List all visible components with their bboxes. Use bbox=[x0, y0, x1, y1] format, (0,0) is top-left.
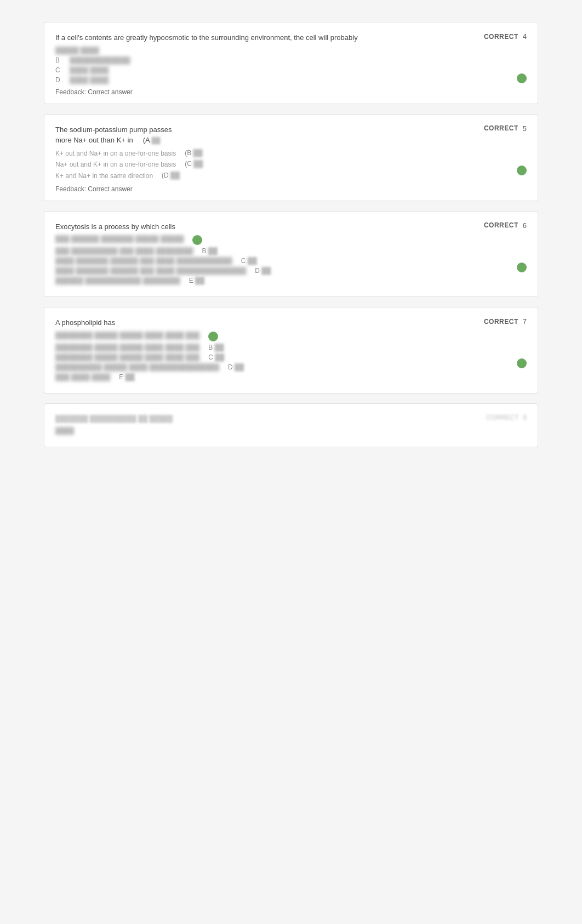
question-number-5: 5 bbox=[523, 124, 527, 133]
feedback-5: Feedback: Correct answer bbox=[55, 185, 439, 193]
question-right-5: CORRECT 5 bbox=[450, 124, 527, 177]
question-text-7: A phospholipid has bbox=[55, 317, 428, 328]
question-number-8: 8 bbox=[523, 414, 527, 421]
green-dot-icon bbox=[208, 332, 218, 341]
list-item: K+ out and Na+ in on a one-for-one basis… bbox=[55, 149, 439, 158]
question-left-5: The sodium-potassium pump passes more Na… bbox=[55, 124, 439, 193]
option-label: C ██ bbox=[241, 257, 257, 265]
question-left-7: A phospholipid has ████████ █████ █████ … bbox=[55, 317, 439, 385]
question-text-8: ███████ ██████████ ██ █████ bbox=[55, 414, 428, 424]
list-item: ████████ █████ █████ ████ ████ ███ bbox=[55, 332, 439, 341]
list-item: ███ ██████████ ███ ████ ████████ B ██ bbox=[55, 247, 439, 255]
question-left-8: ███████ ██████████ ██ █████ ████ bbox=[55, 414, 439, 439]
list-item: B █████████████ bbox=[55, 56, 439, 64]
list-item: Na+ out and K+ in on a one-for-one basis… bbox=[55, 160, 439, 169]
green-dot-icon bbox=[517, 358, 527, 368]
correct-dot-7 bbox=[517, 358, 527, 370]
option-label: E ██ bbox=[119, 373, 134, 381]
option-label: E ██ bbox=[189, 277, 204, 284]
option-label: C ██ bbox=[208, 353, 224, 361]
option-label: C bbox=[55, 66, 66, 74]
option-label: D ██ bbox=[228, 363, 244, 371]
green-dot-icon bbox=[517, 166, 527, 175]
green-dot-icon bbox=[517, 263, 527, 272]
option-text: ███ ██████ ███████ █████ █████ bbox=[55, 235, 184, 243]
list-item: ████████ █████ █████ ████ ████ ███ C ██ bbox=[55, 353, 439, 361]
options-list-7: ████████ █████ █████ ████ ████ ███ █████… bbox=[55, 332, 439, 381]
list-item: █████ ████ bbox=[55, 47, 439, 54]
option-label: (B ██ bbox=[185, 149, 202, 157]
status-meta-7: CORRECT 7 bbox=[484, 317, 527, 326]
correct-dot-4 bbox=[517, 73, 527, 85]
correct-dot-6 bbox=[517, 263, 527, 274]
options-list-6: ███ ██████ ███████ █████ █████ ███ █████… bbox=[55, 235, 439, 284]
option-text: Na+ out and K+ in on a one-for-one basis bbox=[55, 160, 176, 169]
option-text: ████████ █████ █████ ████ ████ ███ bbox=[55, 344, 199, 351]
question-right-7: CORRECT 7 bbox=[450, 317, 527, 370]
question-left-4: If a cell's contents are greatly hypoosm… bbox=[55, 32, 439, 96]
list-item: ████ ███████ ██████ ███ ████ ███████████… bbox=[55, 257, 439, 265]
option-label: (D ██ bbox=[162, 172, 180, 179]
green-dot-icon bbox=[517, 73, 527, 83]
question-right-8: CORRECT 8 bbox=[450, 414, 527, 421]
option-label: D bbox=[55, 76, 66, 84]
option-text: ████ ███████ ██████ ███ ████ ███████████… bbox=[55, 257, 232, 265]
question-block-4: If a cell's contents are greatly hypoosm… bbox=[44, 22, 538, 104]
question-text-6: Exocytosis is a process by which cells bbox=[55, 221, 428, 232]
list-item: K+ and Na+ in the same direction (D ██ bbox=[55, 172, 439, 181]
question-right-4: CORRECT 4 bbox=[450, 32, 527, 85]
option-text: ████████ █████ █████ ████ ████ ███ bbox=[55, 332, 199, 339]
question-block-8: ███████ ██████████ ██ █████ ████ CORRECT… bbox=[44, 403, 538, 447]
correct-badge-4: CORRECT bbox=[484, 33, 518, 41]
question-text-4: If a cell's contents are greatly hypoosm… bbox=[55, 32, 428, 43]
option-text: ███ ██████████ ███ ████ ████████ bbox=[55, 247, 193, 255]
list-item: ███ ██████ ███████ █████ █████ bbox=[55, 235, 439, 245]
option-label: (C ██ bbox=[185, 160, 203, 168]
question-number-6: 6 bbox=[523, 221, 527, 230]
list-item: ██████ ████████████ ████████ E ██ bbox=[55, 277, 439, 284]
list-item: C ████ ████ bbox=[55, 66, 439, 74]
option-label: B ██ bbox=[202, 247, 217, 255]
question-left-6: Exocytosis is a process by which cells █… bbox=[55, 221, 439, 289]
option-text: ███ ████ ████ bbox=[55, 373, 110, 381]
question-number-7: 7 bbox=[523, 317, 527, 326]
option-text: ██████ ████████████ ████████ bbox=[55, 277, 180, 284]
option-text: K+ out and Na+ in on a one-for-one basis bbox=[55, 149, 176, 158]
option-text: ██████████ █████ ████ ███████████████ bbox=[55, 363, 219, 371]
options-list-5: K+ out and Na+ in on a one-for-one basis… bbox=[55, 149, 439, 181]
status-meta-5: CORRECT 5 bbox=[484, 124, 527, 133]
list-item: ██████████ █████ ████ ███████████████ D … bbox=[55, 363, 439, 371]
correct-dot-5 bbox=[517, 166, 527, 177]
question-number-4: 4 bbox=[523, 32, 527, 41]
option-text: █████ ████ bbox=[55, 47, 99, 54]
question-block-5: The sodium-potassium pump passes more Na… bbox=[44, 114, 538, 201]
option-text: ████ ████ bbox=[70, 66, 109, 74]
list-item: ███ ████ ████ E ██ bbox=[55, 373, 439, 381]
status-meta-4: CORRECT 4 bbox=[484, 32, 527, 41]
option-label: D ██ bbox=[255, 267, 271, 275]
option-label: B ██ bbox=[208, 344, 224, 351]
option-text: ████ ███████ ██████ ███ ████ ███████████… bbox=[55, 267, 246, 275]
question-right-6: CORRECT 6 bbox=[450, 221, 527, 274]
option-text: ████████ █████ █████ ████ ████ ███ bbox=[55, 353, 199, 361]
list-item: ████████ █████ █████ ████ ████ ███ B ██ bbox=[55, 344, 439, 351]
correct-badge-5: CORRECT bbox=[484, 124, 518, 132]
correct-badge-8: CORRECT bbox=[486, 414, 518, 421]
feedback-4: Feedback: Correct answer bbox=[55, 88, 439, 96]
option-text: █████████████ bbox=[70, 56, 130, 64]
list-item: D ████ ████ bbox=[55, 76, 439, 84]
list-item: ████ ███████ ██████ ███ ████ ███████████… bbox=[55, 267, 439, 275]
question-text-5: The sodium-potassium pump passes more Na… bbox=[55, 124, 428, 146]
status-meta-8: CORRECT 8 bbox=[486, 414, 527, 421]
option-text: ████ ████ bbox=[70, 76, 109, 84]
option-label: B bbox=[55, 56, 66, 64]
correct-badge-6: CORRECT bbox=[484, 221, 518, 229]
correct-badge-7: CORRECT bbox=[484, 318, 518, 326]
status-meta-6: CORRECT 6 bbox=[484, 221, 527, 230]
question-block-6: Exocytosis is a process by which cells █… bbox=[44, 211, 538, 298]
list-item: ████ bbox=[55, 427, 439, 435]
options-list-4: █████ ████ B █████████████ C ████ ████ D… bbox=[55, 47, 439, 84]
option-text: K+ and Na+ in the same direction bbox=[55, 172, 153, 181]
green-dot-icon bbox=[192, 235, 202, 245]
option-text: ████ bbox=[55, 427, 74, 435]
